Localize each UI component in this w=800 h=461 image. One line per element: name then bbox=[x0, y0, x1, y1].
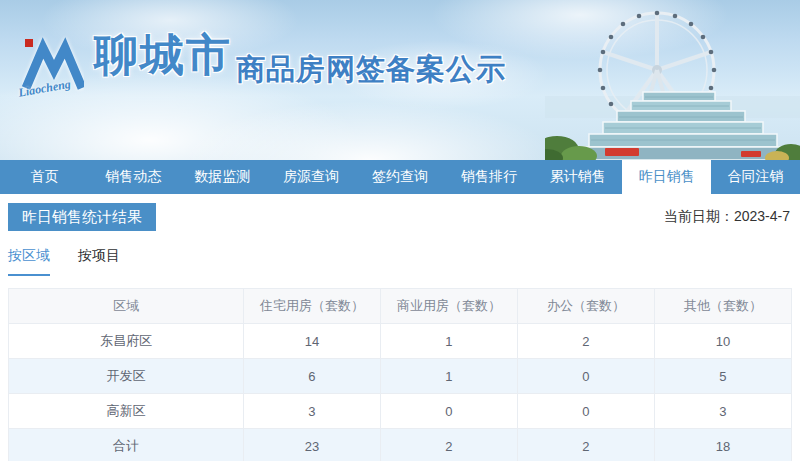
nav-item-yesterday-sales[interactable]: 昨日销售 bbox=[622, 160, 711, 194]
table-header-cell: 区域 bbox=[9, 289, 244, 324]
table-cell: 1 bbox=[380, 324, 517, 359]
table-cell: 10 bbox=[654, 324, 791, 359]
nav-item-data-monitoring[interactable]: 数据监测 bbox=[178, 160, 267, 194]
nav-item-sales-dynamics[interactable]: 销售动态 bbox=[89, 160, 178, 194]
site-logo: Liaocheng 聊城市 商品房网签备案公示 bbox=[22, 34, 506, 98]
main-nav: 首页销售动态数据监测房源查询签约查询销售排行累计销售昨日销售合同注销 bbox=[0, 160, 800, 194]
table-cell: 0 bbox=[517, 394, 654, 429]
view-tabs: 按区域按项目 bbox=[8, 247, 792, 276]
liaocheng-logo-mark-icon: Liaocheng bbox=[22, 34, 84, 98]
city-name-calligraphy: 聊城市 bbox=[94, 32, 232, 80]
table-row: 东昌府区141210 bbox=[9, 324, 792, 359]
table-cell: 开发区 bbox=[9, 359, 244, 394]
table-cell: 2 bbox=[380, 429, 517, 461]
nav-item-home[interactable]: 首页 bbox=[0, 160, 89, 194]
table-cell: 18 bbox=[654, 429, 791, 461]
sales-table: 区域住宅用房（套数）商业用房（套数）办公（套数）其他（套数） 东昌府区14121… bbox=[8, 288, 792, 461]
table-cell: 高新区 bbox=[9, 394, 244, 429]
site-banner: Liaocheng 聊城市 商品房网签备案公示 bbox=[0, 0, 800, 160]
main-content: 昨日销售统计结果 当前日期：2023-4-7 按区域按项目 区域住宅用房（套数）… bbox=[0, 194, 800, 461]
tab-by-region[interactable]: 按区域 bbox=[8, 247, 50, 276]
table-cell: 2 bbox=[517, 429, 654, 461]
table-cell: 3 bbox=[654, 394, 791, 429]
content-header: 昨日销售统计结果 当前日期：2023-4-7 bbox=[8, 203, 792, 231]
table-cell: 23 bbox=[243, 429, 380, 461]
nav-item-contract-cancellation[interactable]: 合同注销 bbox=[711, 160, 800, 194]
nav-item-listing-query[interactable]: 房源查询 bbox=[267, 160, 356, 194]
site-title: 商品房网签备案公示 bbox=[236, 50, 506, 90]
table-row: 高新区3003 bbox=[9, 394, 792, 429]
current-date-label: 当前日期：2023-4-7 bbox=[664, 208, 792, 226]
table-cell: 6 bbox=[243, 359, 380, 394]
nav-item-sales-ranking[interactable]: 销售排行 bbox=[444, 160, 533, 194]
app-window: Liaocheng 聊城市 商品房网签备案公示 bbox=[0, 0, 800, 461]
table-body: 东昌府区141210开发区6105高新区3003合计232218 bbox=[9, 324, 792, 461]
table-row: 合计232218 bbox=[9, 429, 792, 461]
table-header-row: 区域住宅用房（套数）商业用房（套数）办公（套数）其他（套数） bbox=[9, 289, 792, 324]
section-title-badge: 昨日销售统计结果 bbox=[8, 203, 156, 231]
table-header-cell: 办公（套数） bbox=[517, 289, 654, 324]
nav-item-cumulative-sales[interactable]: 累计销售 bbox=[533, 160, 622, 194]
table-cell: 3 bbox=[243, 394, 380, 429]
table-cell: 0 bbox=[517, 359, 654, 394]
table-cell: 合计 bbox=[9, 429, 244, 461]
logo-red-square bbox=[25, 39, 33, 47]
table-cell: 2 bbox=[517, 324, 654, 359]
table-cell: 14 bbox=[243, 324, 380, 359]
table-cell: 5 bbox=[654, 359, 791, 394]
table-header-cell: 住宅用房（套数） bbox=[243, 289, 380, 324]
nav-item-contract-query[interactable]: 签约查询 bbox=[356, 160, 445, 194]
table-row: 开发区6105 bbox=[9, 359, 792, 394]
table-cell: 0 bbox=[380, 394, 517, 429]
table-header-cell: 商业用房（套数） bbox=[380, 289, 517, 324]
tab-by-project[interactable]: 按项目 bbox=[78, 247, 120, 276]
table-cell: 东昌府区 bbox=[9, 324, 244, 359]
ferris-wheel-photo bbox=[545, 0, 800, 160]
table-cell: 1 bbox=[380, 359, 517, 394]
table-header-cell: 其他（套数） bbox=[654, 289, 791, 324]
